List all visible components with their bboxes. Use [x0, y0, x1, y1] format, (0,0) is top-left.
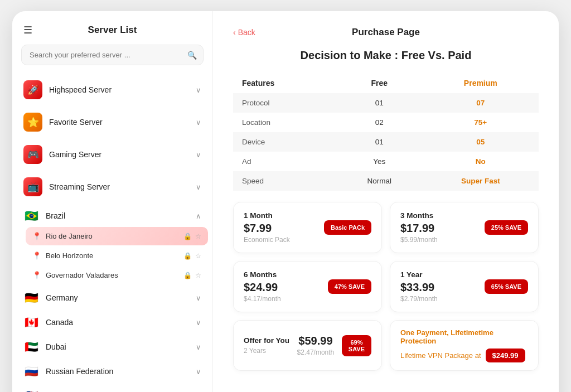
category-gaming[interactable]: 🎮 Gaming Server ∨ [17, 139, 208, 170]
offer-price: $59.99 [297, 335, 335, 347]
page-title: Purchase Page [352, 27, 420, 38]
back-arrow-icon: ‹ [233, 28, 236, 37]
country-name-brazil: Brazil [46, 211, 196, 220]
feature-name-cell: Speed [233, 171, 336, 191]
country-section-russian-federation: 🇷🇺 Russian Federation ∨ [17, 360, 208, 383]
pricing-grid: 1 Month $7.99 Economic Pack Basic PACk 3… [233, 202, 539, 312]
bottom-pricing: Offer for You 2 Years $59.99 $2.47/month… [233, 320, 539, 371]
city-name: Rio de Janeiro [46, 232, 183, 240]
category-label-favorite: Favorite Server [49, 118, 196, 127]
offer-card[interactable]: Offer for You 2 Years $59.99 $2.47/month… [233, 320, 382, 371]
country-name-canada: Canada [46, 318, 196, 327]
country-header-brazil[interactable]: 🇧🇷 Brazil ∧ [17, 205, 208, 227]
table-header-premium: Premium [423, 73, 539, 93]
city-item-rio-de-janeiro[interactable]: 📍 Rio de Janeiro 🔒 ☆ [26, 227, 208, 245]
table-row: Speed Normal Super Fast [233, 171, 539, 191]
category-streaming[interactable]: 📺 Streaming Server ∨ [17, 171, 208, 202]
left-panel: ☰ Server List 🔍 🚀 Highspeed Server ∨ ⭐ F… [12, 11, 213, 392]
country-header-kingdom-of-great-britain[interactable]: 🇬🇧 Kingdom of Great Britain ∨ [17, 385, 208, 392]
plan-duration: 6 Months [244, 270, 281, 279]
country-name-russian-federation: Russian Federation [46, 367, 196, 376]
city-list-brazil: 📍 Rio de Janeiro 🔒 ☆ 📍 Belo Horizonte 🔒 … [17, 227, 208, 284]
pin-icon: 📍 [32, 271, 41, 279]
search-icon: 🔍 [187, 51, 197, 60]
server-list: 🚀 Highspeed Server ∨ ⭐ Favorite Server ∨… [12, 74, 212, 392]
chevron-icon-favorite: ∨ [196, 118, 201, 127]
plan-badge: 47% SAVE [328, 279, 371, 294]
plan-duration: 1 Month [244, 211, 290, 220]
city-item-governador-valadares[interactable]: 📍 Governador Valadares 🔒 ☆ [26, 266, 208, 284]
chevron-country-germany: ∨ [196, 294, 201, 302]
feature-name-cell: Device [233, 132, 336, 152]
chevron-country-russian-federation: ∨ [196, 367, 201, 376]
plan-duration: 1 Year [400, 270, 438, 279]
chevron-country-brazil: ∧ [196, 212, 201, 220]
city-item-belo-horizonte[interactable]: 📍 Belo Horizonte 🔒 ☆ [26, 246, 208, 265]
price-card-1-year[interactable]: 1 Year $33.99 $2.79/month 65% SAVE [390, 261, 539, 312]
offer-sub-years: 2 Years [244, 347, 289, 355]
feature-name-cell: Location [233, 113, 336, 132]
plan-price: $33.99 [400, 281, 438, 294]
country-name-germany: Germany [46, 293, 196, 302]
category-favorite[interactable]: ⭐ Favorite Server ∨ [17, 107, 208, 138]
flag-dubai: 🇦🇪 [23, 341, 39, 352]
plan-sub: $5.99/month [400, 236, 438, 244]
price-card-3-months[interactable]: 3 Months $17.99 $5.99/month 25% SAVE [390, 202, 539, 253]
category-icon-gaming: 🎮 [23, 145, 42, 164]
country-section-brazil: 🇧🇷 Brazil ∧ 📍 Rio de Janeiro 🔒 ☆ 📍 Belo … [17, 205, 208, 284]
lifetime-card[interactable]: One Payment, Lifetimetime Protection Lif… [390, 320, 539, 371]
back-button[interactable]: ‹ Back [233, 28, 255, 37]
app-container: ☰ Server List 🔍 🚀 Highspeed Server ∨ ⭐ F… [12, 11, 559, 392]
plan-badge: 25% SAVE [485, 220, 528, 235]
flag-germany: 🇩🇪 [23, 292, 39, 303]
flag-russian-federation: 🇷🇺 [23, 366, 39, 377]
free-val-cell: Normal [336, 171, 423, 191]
category-highspeed[interactable]: 🚀 Highspeed Server ∨ [17, 74, 208, 105]
lifetime-bottom-text: Lifetime VPN Package at [400, 351, 481, 360]
lock-icon: 🔒 [183, 272, 192, 279]
star-icon: ☆ [195, 233, 201, 240]
search-input[interactable] [21, 45, 204, 65]
offer-plan-info: Offer for You 2 Years [244, 336, 289, 355]
right-panel: ‹ Back Purchase Page Decision to Make : … [213, 11, 559, 392]
plan-info: 1 Month $7.99 Economic Pack [244, 211, 290, 244]
table-header-free: Free [336, 73, 423, 93]
plan-badge: 65% SAVE [485, 279, 528, 294]
plan-info: 6 Months $24.99 $4.17/month [244, 270, 281, 303]
pin-icon: 📍 [32, 251, 41, 260]
premium-val-cell: 05 [423, 132, 539, 152]
table-header-features: Features [233, 73, 336, 93]
category-icon-favorite: ⭐ [23, 113, 42, 132]
table-row: Protocol 01 07 [233, 93, 539, 113]
menu-icon[interactable]: ☰ [23, 24, 32, 36]
panel-header: ☰ Server List [12, 11, 212, 45]
table-row: Device 01 05 [233, 132, 539, 152]
country-header-russian-federation[interactable]: 🇷🇺 Russian Federation ∨ [17, 360, 208, 383]
flag-canada: 🇨🇦 [23, 317, 39, 328]
table-row: Ad Yes No [233, 152, 539, 171]
star-icon: ☆ [195, 272, 201, 279]
premium-val-cell: No [423, 152, 539, 171]
offer-badge: 69% SAVE [342, 335, 371, 356]
server-list-title: Server List [88, 25, 137, 36]
flag-brazil: 🇧🇷 [23, 210, 39, 221]
plan-sub: $2.79/month [400, 295, 438, 303]
plan-sub: Economic Pack [244, 236, 290, 244]
pin-icon: 📍 [32, 232, 41, 240]
country-header-canada[interactable]: 🇨🇦 Canada ∨ [17, 311, 208, 333]
price-card-1-month[interactable]: 1 Month $7.99 Economic Pack Basic PACk [233, 202, 382, 253]
category-icon-highspeed: 🚀 [23, 80, 42, 99]
free-val-cell: Yes [336, 152, 423, 171]
lifetime-bottom-line: Lifetime VPN Package at $249.99 [400, 349, 528, 362]
category-label-highspeed: Highspeed Server [49, 85, 196, 94]
right-header: ‹ Back Purchase Page [233, 27, 539, 38]
plan-info: 1 Year $33.99 $2.79/month [400, 270, 438, 303]
plan-duration: 3 Months [400, 211, 438, 220]
back-label: Back [238, 28, 255, 37]
price-card-6-months[interactable]: 6 Months $24.99 $4.17/month 47% SAVE [233, 261, 382, 312]
plan-price: $7.99 [244, 222, 290, 235]
chevron-icon-streaming: ∨ [196, 183, 201, 191]
country-header-germany[interactable]: 🇩🇪 Germany ∨ [17, 287, 208, 309]
decision-title: Decision to Make : Free Vs. Paid [233, 49, 539, 62]
country-header-dubai[interactable]: 🇦🇪 Dubai ∨ [17, 336, 208, 358]
